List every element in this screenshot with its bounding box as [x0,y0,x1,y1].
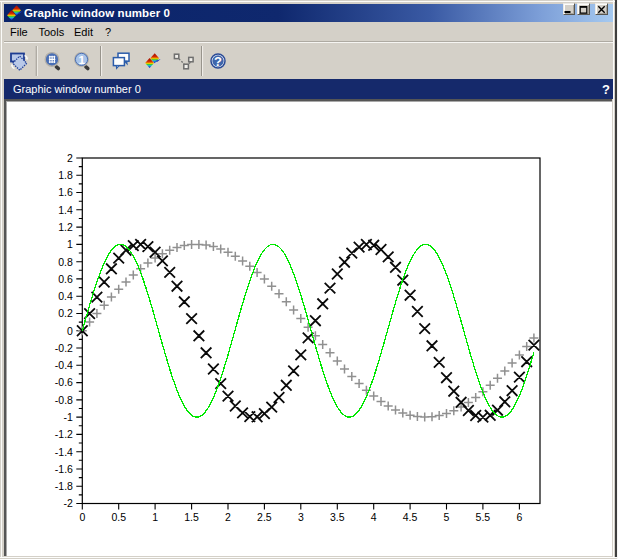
svg-text:1: 1 [78,54,85,66]
svg-text:?: ? [214,54,222,69]
